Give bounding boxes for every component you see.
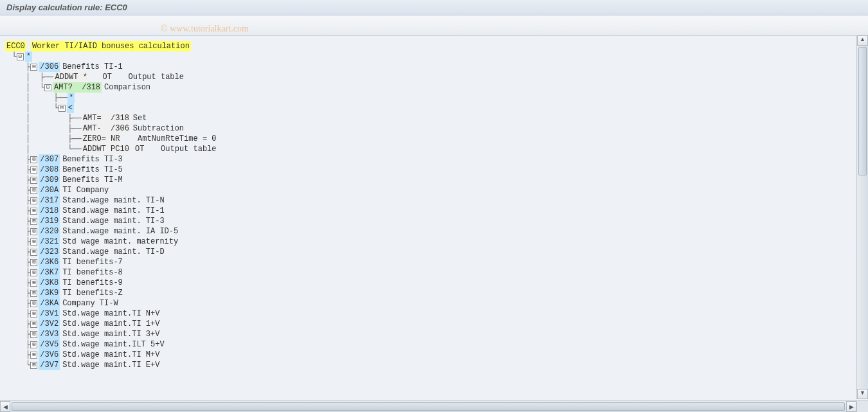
node-desc: Stand.wage maint. IA ID-5 (62, 226, 178, 237)
tree-node[interactable]: ├⊞/323Stand.wage maint. TI-D (3, 247, 865, 257)
rule-tree: ECC0 Worker TI/IAID bonuses calculation … (3, 41, 865, 370)
tree-node[interactable]: ├⊞/3KACompany TI-W (3, 298, 865, 309)
expand-icon[interactable]: ⊞ (30, 300, 37, 307)
node-code: * (25, 51, 32, 62)
node-desc: Std.wage maint.TI N+V (62, 309, 159, 319)
tree-node[interactable]: ├⊞/308Benefits TI-5 (3, 165, 865, 175)
expand-icon[interactable]: ⊞ (30, 310, 37, 318)
tree-node-sub-lt[interactable]: │ └⊟ < (3, 103, 865, 113)
node-code: /3V3 (39, 329, 60, 339)
scroll-down-icon[interactable]: ▼ (857, 389, 868, 399)
node-code: /306 (39, 62, 60, 72)
tree-node[interactable]: ├⊞/3V1Std.wage maint.TI N+V (3, 309, 865, 319)
expand-icon[interactable]: ⊞ (30, 166, 37, 174)
tree-node[interactable]: ├⊞/3K6TI benefits-7 (3, 257, 865, 267)
tree-root-node[interactable]: ECC0 Worker TI/IAID bonuses calculation (5, 41, 865, 51)
node-desc: Benefits TI-1 (62, 62, 123, 72)
expand-icon[interactable]: ⊞ (30, 177, 37, 184)
node-desc: Stand.wage maint. TI-3 (62, 216, 164, 226)
node-code: < (67, 103, 74, 113)
node-code: /3V5 (39, 339, 60, 350)
scroll-thumb[interactable] (858, 47, 867, 175)
toolbar (0, 15, 868, 36)
collapse-icon[interactable]: ⊟ (44, 84, 51, 91)
window-title: Display calculation rule: ECC0 (6, 3, 127, 12)
node-code: /30A (39, 185, 60, 195)
tree-node[interactable]: ├⊞/317Stand.wage maint. TI-N (3, 195, 865, 206)
tree-node[interactable]: └⊞/3V7Std.wage maint.TI E+V (3, 360, 865, 370)
scroll-up-icon[interactable]: ▲ (857, 35, 868, 46)
vertical-scrollbar[interactable]: ▲ ▼ (856, 35, 868, 399)
horizontal-scrollbar[interactable]: ◀ ▶ (0, 400, 856, 412)
expand-icon[interactable]: ⊞ (30, 341, 37, 348)
scroll-right-icon[interactable]: ▶ (846, 401, 856, 412)
node-code: /320 (39, 226, 60, 237)
tree-node[interactable]: ├⊞/3K9TI benefits-Z (3, 288, 865, 298)
node-code: /318 (39, 206, 60, 216)
tree-node[interactable]: ├⊞/307Benefits TI-3 (3, 154, 865, 165)
node-desc: TI benefits-Z (62, 288, 123, 298)
tree-node[interactable]: ├⊞/3V3Std.wage maint.TI 3+V (3, 329, 865, 339)
tree-node-amtq[interactable]: │ └⊟ AMT? /318 Comparison (3, 82, 865, 93)
expand-icon[interactable]: ⊞ (30, 321, 37, 328)
tree-node[interactable]: ├⊞/320Stand.wage maint. IA ID-5 (3, 226, 865, 237)
node-desc: TI Company (62, 185, 109, 195)
tree-node[interactable]: ├⊞/321Std wage maint. maternity (3, 237, 865, 247)
tree-node[interactable]: ├⊞/30ATI Company (3, 185, 865, 195)
expand-icon[interactable]: ⊞ (30, 269, 37, 276)
collapse-icon[interactable]: ⊟ (30, 64, 37, 71)
node-desc: Benefits TI-5 (62, 165, 123, 175)
expand-icon[interactable]: ⊞ (30, 187, 37, 194)
node-code: /3KA (39, 298, 60, 309)
node-desc: Output table (129, 72, 184, 82)
tree-node[interactable]: ├⊞/3K8TI benefits-9 (3, 278, 865, 288)
node-desc: TI benefits-8 (62, 267, 123, 278)
expand-icon[interactable]: ⊞ (30, 208, 37, 215)
expand-icon[interactable]: ⊞ (30, 228, 37, 235)
node-desc: Std.wage maint.TI 3+V (62, 329, 159, 339)
node-code: /323 (39, 247, 60, 257)
tree-node-306[interactable]: ├⊟ /306 Benefits TI-1 (3, 62, 865, 72)
expand-icon[interactable]: ⊞ (30, 259, 37, 266)
tree-node[interactable]: ├⊞/3K7TI benefits-8 (3, 267, 865, 278)
expand-icon[interactable]: ⊞ (30, 331, 37, 338)
tree-node-addwt-2[interactable]: │ └── ADDWT PC10 OT Output table (3, 144, 865, 154)
node-desc: Std wage maint. maternity (62, 237, 178, 247)
expand-icon[interactable]: ⊞ (30, 352, 37, 359)
expand-icon[interactable]: ⊞ (30, 280, 37, 287)
node-desc: Set (133, 113, 147, 123)
collapse-icon[interactable]: ⊟ (59, 105, 66, 112)
tree-node[interactable]: ├⊞/3V5Std.wage maint.ILT 5+V (3, 339, 865, 350)
expand-icon[interactable]: ⊞ (30, 362, 37, 369)
tree-node-amt-minus[interactable]: │ ├── AMT- /306 Subtraction (3, 123, 865, 134)
tree-node-sub-star[interactable]: │ ├── * (3, 93, 865, 103)
tree-node-amt-set[interactable]: │ ├── AMT= /318 Set (3, 113, 865, 123)
node-desc: Subtraction (133, 123, 184, 134)
expand-icon[interactable]: ⊞ (30, 218, 37, 225)
expand-icon[interactable]: ⊞ (30, 238, 37, 246)
expand-icon[interactable]: ⊞ (30, 197, 37, 204)
scroll-corner (856, 400, 868, 412)
node-desc: AmtNumRteTime = 0 (138, 134, 216, 144)
root-code: ECC0 (5, 41, 26, 51)
expand-icon[interactable]: ⊞ (30, 156, 37, 163)
collapse-icon[interactable]: ⊟ (17, 53, 24, 60)
node-code: /3K6 (39, 257, 60, 267)
tree-node-addwt-1[interactable]: │ ├── ADDWT * OT Output table (3, 72, 865, 82)
node-desc: Output table (161, 144, 216, 154)
tree-node-star[interactable]: └⊟ * (3, 51, 865, 62)
tree-node[interactable]: ├⊞/319Stand.wage maint. TI-3 (3, 216, 865, 226)
tree-node[interactable]: ├⊞/3V2Std.wage maint.TI 1+V (3, 319, 865, 329)
tree-node[interactable]: ├⊞/318Stand.wage maint. TI-1 (3, 206, 865, 216)
tree-node[interactable]: ├⊞/3V6Std.wage maint.TI M+V (3, 350, 865, 360)
node-code: /3V7 (39, 360, 60, 370)
tree-node-zero[interactable]: │ ├── ZERO= NR AmtNumRteTime = 0 (3, 134, 865, 144)
node-code: /3V2 (39, 319, 60, 329)
expand-icon[interactable]: ⊞ (30, 290, 37, 297)
expand-icon[interactable]: ⊞ (30, 249, 37, 256)
scroll-left-icon[interactable]: ◀ (0, 401, 10, 412)
scroll-thumb[interactable] (12, 402, 845, 411)
node-desc: Stand.wage maint. TI-D (62, 247, 164, 257)
tree-node[interactable]: ├⊞/309Benefits TI-M (3, 175, 865, 185)
node-code: * (68, 93, 75, 103)
